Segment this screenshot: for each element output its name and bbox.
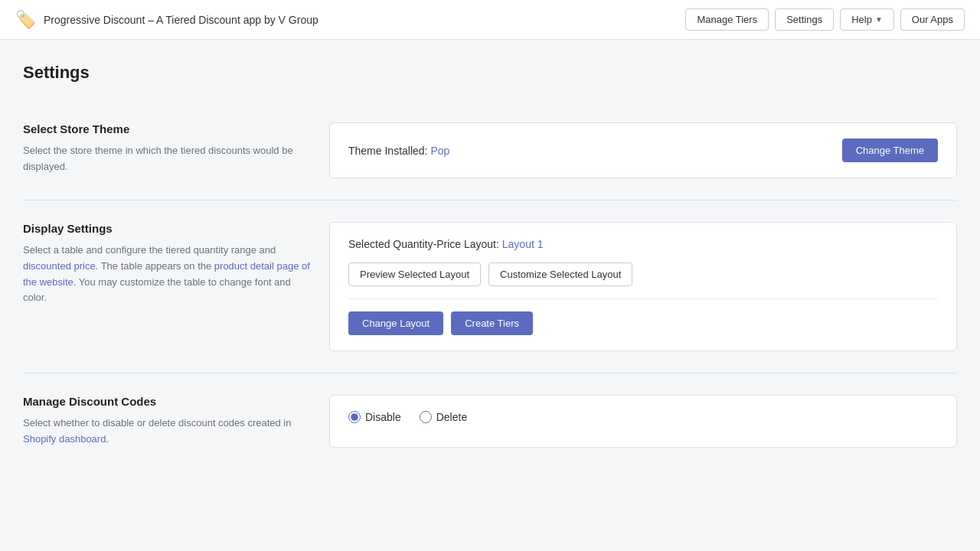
display-settings-section: Display Settings Select a table and conf… <box>23 201 957 373</box>
manage-discount-card: Disable Delete <box>329 395 957 448</box>
customize-selected-layout-button[interactable]: Customize Selected Layout <box>488 262 632 286</box>
page-title: Settings <box>23 63 957 83</box>
preview-selected-layout-button[interactable]: Preview Selected Layout <box>348 262 481 286</box>
divider <box>348 298 938 299</box>
disable-label: Disable <box>365 411 401 423</box>
shopify-link: Shopify dashboard <box>23 433 106 445</box>
discounted-price-link: discounted price <box>23 260 96 272</box>
page-content: Settings Select Store Theme Select the s… <box>0 40 980 492</box>
manage-discount-heading: Manage Discount Codes <box>23 395 314 408</box>
select-store-theme-section: Select Store Theme Select the store them… <box>23 101 957 201</box>
theme-installed-text: Theme Installed: Pop <box>348 145 449 157</box>
store-theme-label: Select Store Theme Select the store them… <box>23 122 314 178</box>
display-settings-card: Selected Quantity-Price Layout: Layout 1… <box>329 222 957 351</box>
theme-installed-label: Theme Installed: <box>348 145 428 157</box>
manage-discount-description: Select whether to disable or delete disc… <box>23 416 314 448</box>
manage-tiers-button[interactable]: Manage Tiers <box>685 8 769 31</box>
store-theme-card: Theme Installed: Pop Change Theme <box>329 122 957 178</box>
chevron-down-icon: ▼ <box>875 15 883 24</box>
display-settings-label: Display Settings Select a table and conf… <box>23 222 314 351</box>
app-header: 🏷️ Progressive Discount – A Tiered Disco… <box>0 0 980 40</box>
disable-radio-item[interactable]: Disable <box>348 411 401 423</box>
store-theme-heading: Select Store Theme <box>23 122 314 135</box>
app-title-area: 🏷️ Progressive Discount – A Tiered Disco… <box>15 10 318 30</box>
layout-buttons-row: Preview Selected Layout Customize Select… <box>348 262 938 286</box>
help-label: Help <box>851 14 872 25</box>
header-nav: Manage Tiers Settings Help ▼ Our Apps <box>685 8 965 31</box>
selected-layout-text: Selected Quantity-Price Layout: Layout 1 <box>348 238 938 250</box>
theme-row: Theme Installed: Pop Change Theme <box>348 139 938 162</box>
settings-nav-button[interactable]: Settings <box>775 8 834 31</box>
change-theme-button[interactable]: Change Theme <box>842 139 938 162</box>
radio-row: Disable Delete <box>348 411 938 423</box>
store-theme-description: Select the store theme in which the tier… <box>23 143 314 175</box>
change-layout-button[interactable]: Change Layout <box>348 311 443 335</box>
our-apps-button[interactable]: Our Apps <box>900 8 965 31</box>
delete-radio-item[interactable]: Delete <box>420 411 467 423</box>
layout-name: Layout 1 <box>502 238 544 250</box>
action-buttons-row: Change Layout Create Tiers <box>348 311 938 335</box>
app-title: Progressive Discount – A Tiered Discount… <box>44 14 318 26</box>
create-tiers-button[interactable]: Create Tiers <box>451 311 533 335</box>
theme-name: Pop <box>430 145 449 157</box>
disable-radio[interactable] <box>348 411 361 423</box>
delete-radio[interactable] <box>420 411 432 423</box>
help-button[interactable]: Help ▼ <box>840 8 894 31</box>
manage-discount-section: Manage Discount Codes Select whether to … <box>23 373 957 469</box>
display-settings-description: Select a table and configure the tiered … <box>23 243 314 306</box>
app-icon: 🏷️ <box>15 10 36 30</box>
delete-label: Delete <box>436 411 467 423</box>
manage-discount-label: Manage Discount Codes Select whether to … <box>23 395 314 448</box>
selected-layout-label: Selected Quantity-Price Layout: <box>348 238 499 250</box>
display-settings-heading: Display Settings <box>23 222 314 235</box>
